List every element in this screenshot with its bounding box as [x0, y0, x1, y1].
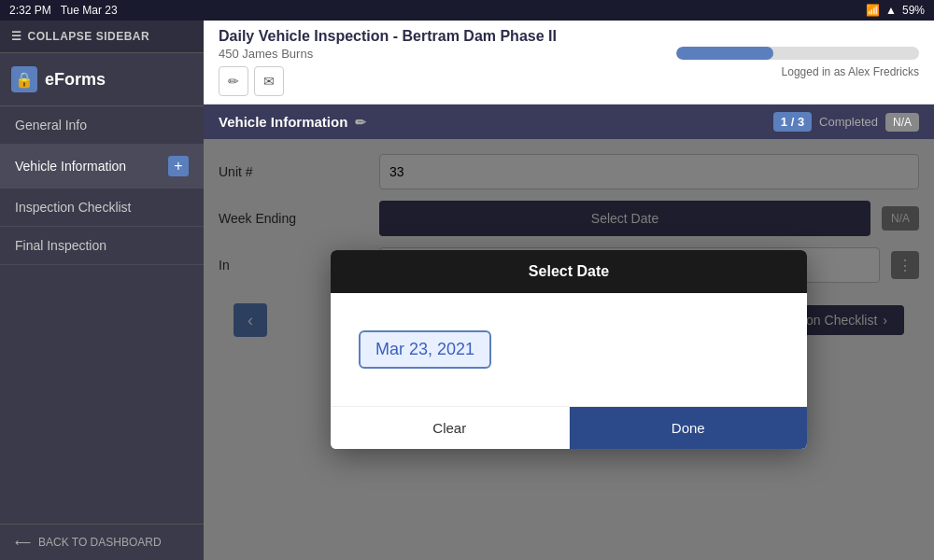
na-badge: N/A	[885, 113, 919, 132]
battery-icon: 59%	[902, 4, 925, 17]
section-title: Vehicle Information ✏	[219, 114, 366, 130]
section-edit-icon[interactable]: ✏	[355, 115, 366, 130]
sidebar-logo: 🔒 eForms	[0, 53, 204, 106]
logged-in-label: Logged in as Alex Fredricks	[782, 65, 919, 78]
header-right: Logged in as Alex Fredricks	[676, 47, 919, 78]
sidebar-item-vehicle-information[interactable]: Vehicle Information +	[0, 145, 204, 189]
page-title: Daily Vehicle Inspection - Bertram Dam P…	[219, 28, 557, 45]
logo-icon: 🔒	[11, 66, 37, 92]
wifi-icon: 📶	[866, 4, 880, 17]
clear-button[interactable]: Clear	[331, 407, 570, 449]
logo-text: eForms	[45, 70, 106, 90]
sidebar: ☰ COLLAPSE SIDEBAR 🔒 eForms General Info…	[0, 21, 204, 560]
back-to-dashboard-button[interactable]: ⟵ BACK TO DASHBOARD	[0, 524, 204, 560]
collapse-sidebar-button[interactable]: ☰ COLLAPSE SIDEBAR	[0, 21, 204, 53]
form-area: Unit # Week Ending Select Date N/A In ⋮ …	[204, 139, 934, 560]
add-vehicle-info-button[interactable]: +	[168, 156, 189, 176]
sidebar-item-general-info[interactable]: General Info	[0, 106, 204, 145]
modal-header: Select Date	[331, 250, 807, 293]
modal-overlay[interactable]: Select Date Mar 23, 2021 Clear Done	[204, 139, 934, 560]
menu-icon: ☰	[11, 30, 22, 43]
step-badge: 1 / 3	[773, 112, 812, 132]
signal-icon: ▲	[885, 4, 897, 17]
section-header: Vehicle Information ✏ 1 / 3 Completed N/…	[204, 105, 934, 139]
sidebar-item-inspection-checklist[interactable]: Inspection Checklist	[0, 189, 204, 227]
completed-label: Completed	[819, 115, 878, 129]
sidebar-item-final-inspection[interactable]: Final Inspection	[0, 227, 204, 265]
status-time: 2:32 PM	[9, 4, 51, 17]
progress-fill	[676, 47, 773, 60]
progress-bar	[676, 47, 919, 60]
header: Daily Vehicle Inspection - Bertram Dam P…	[204, 21, 934, 105]
sidebar-nav: General Info Vehicle Information + Inspe…	[0, 106, 204, 524]
back-icon: ⟵	[15, 536, 31, 549]
done-button[interactable]: Done	[570, 407, 808, 449]
modal-body: Mar 23, 2021	[331, 293, 807, 406]
edit-button[interactable]: ✏	[219, 66, 248, 96]
section-right: 1 / 3 Completed N/A	[773, 112, 919, 132]
header-subtitle: 450 James Burns	[219, 47, 557, 61]
selected-date-chip[interactable]: Mar 23, 2021	[359, 330, 491, 369]
header-left: Daily Vehicle Inspection - Bertram Dam P…	[219, 28, 557, 96]
status-date: Tue Mar 23	[61, 4, 118, 17]
select-date-modal: Select Date Mar 23, 2021 Clear Done	[331, 250, 807, 449]
email-button[interactable]: ✉	[254, 66, 284, 96]
modal-footer: Clear Done	[331, 406, 807, 449]
status-bar: 2:32 PM Tue Mar 23 📶 ▲ 59%	[0, 0, 934, 21]
main-content: Daily Vehicle Inspection - Bertram Dam P…	[204, 21, 934, 560]
